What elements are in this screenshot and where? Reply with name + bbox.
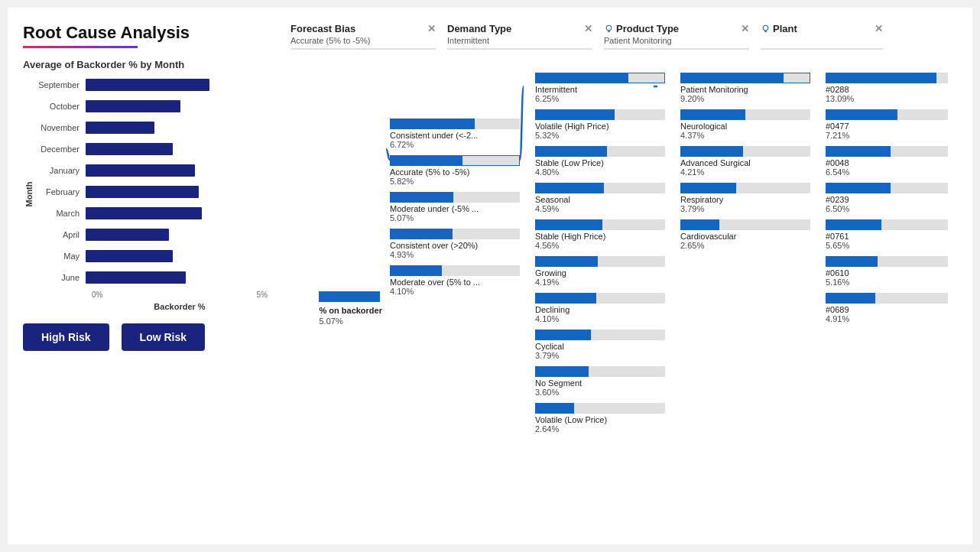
list-item[interactable]: Volatile (High Price) 5.32% xyxy=(535,109,677,140)
cat-bar-bg xyxy=(390,155,520,166)
list-item[interactable]: Patient Monitoring 9.20% xyxy=(680,73,822,103)
list-item[interactable]: No Segment 3.60% xyxy=(535,366,677,397)
bar-bg xyxy=(86,250,268,262)
list-item[interactable]: Stable (High Price) 4.56% xyxy=(535,219,677,250)
x-axis-label: Backorder % xyxy=(32,302,268,311)
list-item[interactable]: #0610 5.16% + xyxy=(826,256,944,287)
cat-label: Neurological xyxy=(680,122,822,131)
list-item[interactable]: Cardiovascular 2.65% xyxy=(680,219,822,250)
list-item[interactable]: #0048 6.54% + xyxy=(826,146,944,177)
cat-label: Volatile (Low Price) xyxy=(535,415,677,424)
product-type-close[interactable]: ✕ xyxy=(741,23,749,34)
plant-title: Plant xyxy=(773,23,797,34)
bar-row: December xyxy=(32,141,268,157)
cat-pct: 4.59% xyxy=(535,204,677,213)
list-item[interactable]: Moderate under (-5% ... 5.07% xyxy=(390,192,531,222)
cat-bar-fill xyxy=(680,219,719,230)
list-item[interactable]: #0239 6.50% + xyxy=(826,183,944,213)
low-risk-button[interactable]: Low Risk xyxy=(122,323,205,351)
bar-row: June xyxy=(32,269,268,286)
bar-fill xyxy=(86,164,195,177)
cat-label: #0477 xyxy=(826,122,948,131)
cat-bar-fill xyxy=(826,73,936,83)
svg-point-0 xyxy=(606,25,612,31)
list-item[interactable]: Consistent under (<-2... 6.72% xyxy=(390,119,531,149)
cat-pct: 4.10% xyxy=(535,314,677,323)
cat-label: Seasonal xyxy=(535,195,677,204)
bar-row: May xyxy=(32,248,268,265)
bar-label: November xyxy=(32,123,86,132)
cat-pct: 4.93% xyxy=(390,250,531,259)
demand-type-close[interactable]: ✕ xyxy=(584,23,592,34)
cat-label: #0288 xyxy=(826,85,948,94)
list-item[interactable]: #0288 13.09% + xyxy=(826,73,944,103)
list-item[interactable]: Neurological 4.37% xyxy=(680,109,822,140)
cat-label: Accurate (5% to -5%) xyxy=(390,167,531,177)
root-node-label: % on backorder xyxy=(319,305,382,316)
bar-row: October xyxy=(32,98,268,115)
bar-row: February xyxy=(32,183,268,200)
product-type-col: Patient Monitoring 9.20% Neurological 4.… xyxy=(680,73,826,544)
list-item[interactable]: Cyclical 3.79% xyxy=(535,330,677,360)
forecast-bias-close[interactable]: ✕ xyxy=(427,23,436,34)
cat-pct: 4.10% xyxy=(390,287,531,296)
bar-row: September xyxy=(32,76,268,93)
cat-bar-bg xyxy=(680,109,810,120)
list-item[interactable]: Intermittent 6.25% xyxy=(535,73,677,103)
y-axis-label: Month xyxy=(24,181,34,206)
bar-label: December xyxy=(32,144,86,154)
list-item[interactable]: Consistent over (>20%) 4.93% xyxy=(390,229,531,259)
cat-bar-bg xyxy=(390,229,520,239)
cat-bar-fill xyxy=(680,109,745,120)
cat-bar-bg xyxy=(535,183,665,193)
cat-pct: 3.79% xyxy=(535,351,677,360)
cat-label: Moderate under (-5% ... xyxy=(390,204,531,213)
cat-bar-fill xyxy=(681,73,784,83)
bar-row: April xyxy=(32,226,268,243)
bar-fill xyxy=(86,207,202,219)
cat-label: Stable (Low Price) xyxy=(535,158,677,167)
list-item[interactable]: Stable (Low Price) 4.80% xyxy=(535,146,677,177)
product-type-subtitle: Patient Monitoring xyxy=(604,36,749,45)
high-risk-button[interactable]: High Risk xyxy=(23,323,109,351)
plant-close[interactable]: ✕ xyxy=(875,23,883,34)
cat-bar-bg xyxy=(680,73,810,83)
cat-bar-fill xyxy=(826,293,875,304)
bar-fill xyxy=(86,250,173,262)
cat-pct: 2.64% xyxy=(535,424,677,433)
cat-bar-fill xyxy=(680,146,743,157)
list-item[interactable]: Advanced Surgical 4.21% xyxy=(680,146,822,177)
list-item[interactable]: Volatile (Low Price) 2.64% xyxy=(535,403,677,433)
cat-pct: 2.65% xyxy=(680,241,822,250)
x-tick-1: 5% xyxy=(257,291,268,299)
cat-pct: 7.21% xyxy=(826,131,948,140)
bar-fill xyxy=(86,229,169,241)
list-item[interactable]: Declining 4.10% xyxy=(535,293,677,323)
cat-bar-fill xyxy=(535,219,602,230)
cat-pct: 5.65% xyxy=(826,241,948,250)
list-item[interactable]: Moderate over (5% to ... 4.10% xyxy=(390,265,531,296)
list-item[interactable]: Growing 4.19% xyxy=(535,256,677,287)
list-item[interactable]: #0761 5.65% + xyxy=(826,219,944,250)
bar-bg xyxy=(86,271,268,284)
bar-label: October xyxy=(32,102,86,111)
cat-bar-fill xyxy=(536,73,628,83)
bar-label: February xyxy=(32,187,86,196)
demand-type-title: Demand Type xyxy=(447,23,511,34)
demand-type-col: Intermittent 6.25% Volatile (High Price)… xyxy=(535,73,680,544)
list-item[interactable]: Seasonal 4.59% xyxy=(535,183,677,213)
cat-bar-fill xyxy=(390,192,453,203)
cat-pct: 6.25% xyxy=(535,94,677,103)
list-item[interactable]: Respiratory 3.79% xyxy=(680,183,822,213)
cat-bar-bg xyxy=(680,219,810,230)
cat-pct: 3.79% xyxy=(680,204,822,213)
bar-fill xyxy=(86,79,209,91)
list-item[interactable]: #0477 7.21% + xyxy=(826,109,944,140)
cat-bar-fill xyxy=(390,265,442,276)
bar-fill xyxy=(86,186,199,198)
cat-bar-bg xyxy=(826,219,948,230)
list-item[interactable]: Accurate (5% to -5%) 5.82% xyxy=(390,155,531,186)
cat-pct: 4.80% xyxy=(535,167,677,177)
list-item[interactable]: #0689 4.91% + xyxy=(826,293,944,323)
cat-pct: 5.32% xyxy=(535,131,677,140)
